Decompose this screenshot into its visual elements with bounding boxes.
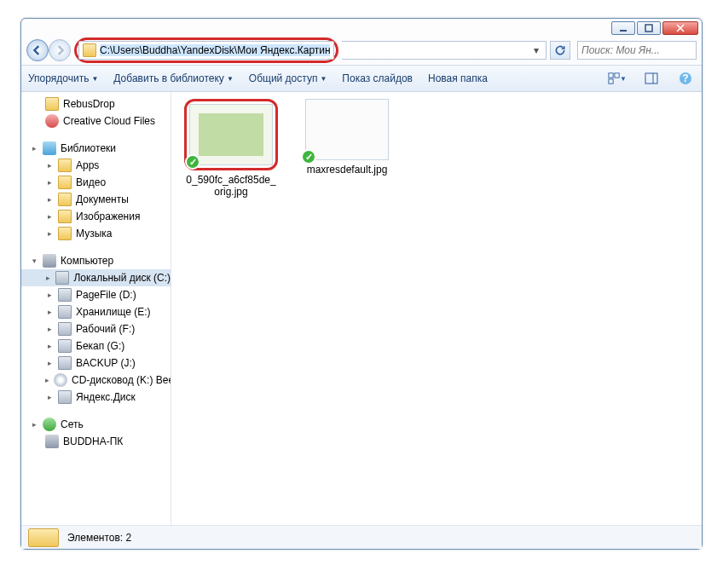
organize-menu[interactable]: Упорядочить▼ (28, 72, 98, 84)
sync-ok-icon: ✓ (301, 149, 316, 164)
sidebar-item-apps[interactable]: ▸Apps (21, 157, 171, 174)
sidebar-label: Локальный диск (C:) (73, 272, 171, 284)
sidebar-item-network-pc[interactable]: BUDDHA-ПК (21, 433, 171, 450)
sync-ok-icon: ✓ (185, 154, 200, 170)
help-button[interactable]: ? (676, 69, 695, 88)
status-text: Элементов: 2 (67, 532, 131, 544)
sidebar-label: PageFile (D:) (76, 289, 136, 301)
computer-icon (43, 254, 56, 268)
back-button[interactable] (26, 39, 49, 61)
file-item[interactable]: ✓ 0_590fc_a6cf85de_orig.jpg (180, 99, 282, 199)
folder-icon (45, 97, 59, 111)
thumbnail: ✓ (189, 104, 273, 165)
drive-icon (58, 322, 72, 336)
sidebar-label: CD-дисковод (K:) Bee (72, 374, 171, 386)
search-input[interactable] (581, 44, 692, 56)
sidebar-label: RebusDrop (63, 98, 115, 110)
sidebar-label: Рабочий (F:) (76, 323, 135, 335)
chevron-down-icon[interactable]: ▾ (529, 44, 544, 56)
minimize-button[interactable] (611, 21, 635, 35)
thumbnail: ✓ (305, 99, 389, 160)
search-box[interactable] (577, 41, 697, 60)
sidebar-label: Изображения (76, 210, 140, 222)
sidebar-item-videos[interactable]: ▸Видео (21, 174, 171, 191)
toolbar: Упорядочить▼ Добавить в библиотеку▼ Общи… (21, 65, 702, 92)
adobe-icon (45, 114, 59, 128)
content-pane[interactable]: ✓ 0_590fc_a6cf85de_orig.jpg ✓ maxresdefa… (171, 92, 702, 525)
collapse-icon[interactable]: ▾ (30, 257, 38, 265)
file-highlight: ✓ (184, 99, 278, 170)
pictures-icon (58, 210, 72, 223)
refresh-button[interactable] (550, 41, 570, 60)
network-icon (43, 418, 56, 431)
sidebar-label: Хранилище (E:) (76, 306, 150, 318)
sidebar-label: Сеть (61, 418, 84, 430)
svg-rect-6 (609, 79, 613, 84)
sidebar-computer-header[interactable]: ▾Компьютер (21, 252, 171, 269)
expand-icon[interactable]: ▸ (30, 144, 38, 153)
sidebar-item-drive-g[interactable]: ▸Бекап (G:) (21, 337, 171, 355)
svg-text:?: ? (682, 72, 688, 84)
music-icon (58, 227, 72, 240)
address-highlight (74, 37, 338, 63)
sidebar-item-yandex-disk[interactable]: ▸Яндекс.Диск (21, 389, 171, 406)
sidebar-item-drive-j[interactable]: ▸BACKUP (J:) (21, 355, 171, 372)
slideshow-button[interactable]: Показ слайдов (342, 72, 413, 84)
nav-row: ▾ (21, 36, 702, 65)
drive-icon (58, 390, 72, 404)
sidebar-label: Яндекс.Диск (76, 391, 136, 403)
libraries-icon (43, 141, 56, 155)
address-extra: ▾ (342, 41, 547, 60)
sidebar-label: Компьютер (61, 255, 113, 267)
sidebar-item-music[interactable]: ▸Музыка (21, 225, 171, 242)
sidebar-label: Библиотеки (61, 142, 116, 154)
folder-icon (58, 159, 72, 172)
sidebar-libraries-header[interactable]: ▸Библиотеки (21, 140, 171, 157)
sidebar-item-documents[interactable]: ▸Документы (21, 191, 171, 208)
cd-icon (54, 373, 67, 387)
sidebar-item-pictures[interactable]: ▸Изображения (21, 208, 171, 225)
file-item[interactable]: ✓ maxresdefault.jpg (296, 99, 398, 176)
drive-icon (58, 356, 72, 370)
sidebar-label: BACKUP (J:) (76, 357, 136, 369)
video-icon (58, 176, 72, 189)
sidebar-label: Бекап (G:) (76, 340, 124, 352)
svg-rect-4 (609, 73, 613, 78)
address-bar[interactable] (78, 41, 334, 60)
preview-pane-button[interactable] (642, 69, 661, 88)
status-bar: Элементов: 2 (21, 525, 702, 549)
new-folder-button[interactable]: Новая папка (428, 72, 488, 84)
add-to-library-menu[interactable]: Добавить в библиотеку▼ (113, 72, 233, 84)
share-menu[interactable]: Общий доступ▼ (249, 72, 327, 84)
documents-icon (58, 193, 72, 206)
sidebar-label: BUDDHA-ПК (63, 435, 123, 447)
svg-rect-5 (615, 73, 619, 78)
sidebar-label: Видео (76, 176, 106, 188)
titlebar (21, 19, 702, 36)
drive-icon (58, 288, 72, 302)
maximize-button[interactable] (637, 21, 661, 35)
sidebar: RebusDrop Creative Cloud Files ▸Библиоте… (21, 92, 171, 525)
drive-icon (58, 339, 72, 353)
sidebar-network-header[interactable]: ▸Сеть (21, 416, 171, 433)
sidebar-item-drive-f[interactable]: ▸Рабочий (F:) (21, 320, 171, 337)
drive-icon (55, 271, 69, 285)
forward-button[interactable] (49, 39, 71, 61)
sidebar-item-creative-cloud[interactable]: Creative Cloud Files (21, 112, 171, 130)
sidebar-label: Документы (76, 193, 129, 205)
explorer-window: ▾ Упорядочить▼ Добавить в библиотеку▼ Об… (20, 18, 703, 550)
computer-icon (45, 435, 59, 448)
svg-rect-1 (645, 25, 652, 32)
sidebar-item-drive-c[interactable]: ▸Локальный диск (C:) (21, 269, 171, 286)
address-input[interactable] (100, 44, 330, 56)
sidebar-item-cd-drive[interactable]: ▸CD-дисковод (K:) Bee (21, 372, 171, 389)
file-name: 0_590fc_a6cf85de_orig.jpg (184, 174, 278, 199)
folder-icon (83, 43, 96, 57)
sidebar-item-drive-d[interactable]: ▸PageFile (D:) (21, 286, 171, 303)
close-button[interactable] (662, 21, 698, 35)
view-menu[interactable]: ▼ (608, 69, 627, 88)
folder-icon (28, 528, 59, 547)
file-name: maxresdefault.jpg (307, 164, 388, 176)
sidebar-item-drive-e[interactable]: ▸Хранилище (E:) (21, 303, 171, 320)
sidebar-item-rebusdrop[interactable]: RebusDrop (21, 95, 171, 112)
